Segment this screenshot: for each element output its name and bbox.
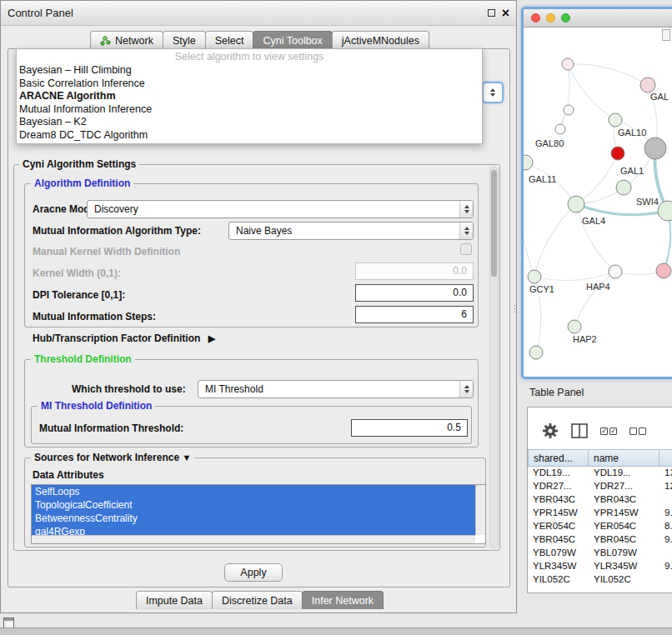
- tab-discretize-data[interactable]: Discretize Data: [212, 591, 303, 609]
- attributes-list-vscrollbar[interactable]: [475, 485, 485, 535]
- tab-select[interactable]: Select: [205, 31, 254, 49]
- tab-infer-network[interactable]: Infer Network: [302, 591, 384, 609]
- network-edge[interactable]: [576, 204, 615, 272]
- network-node[interactable]: [640, 78, 655, 92]
- table-row[interactable]: YLR345WYLR345W9.: [528, 560, 672, 573]
- mi-threshold-label: Mutual Information Threshold:: [39, 422, 183, 434]
- network-node[interactable]: [611, 147, 624, 160]
- node-label: HAP4: [586, 282, 610, 292]
- table-cell: [659, 493, 672, 507]
- data-attribute-item[interactable]: gal4RGexp: [32, 525, 475, 535]
- float-panel-icon[interactable]: [488, 9, 495, 17]
- manual-kernel-label: Manual Kernel Width Definition: [33, 246, 180, 258]
- table-row[interactable]: YDL19...YDL19...13: [528, 467, 672, 480]
- algorithm-option[interactable]: Bayesian – K2: [17, 116, 482, 129]
- mi-steps-field[interactable]: 6: [355, 306, 474, 323]
- algorithm-option[interactable]: Bayesian – Hill Climbing: [17, 64, 482, 78]
- attributes-list-hscrollbar[interactable]: [32, 535, 475, 543]
- tab-style[interactable]: Style: [163, 31, 206, 49]
- close-panel-icon[interactable]: ×: [502, 8, 509, 19]
- table-cell: YPR145W: [589, 507, 659, 520]
- manual-kernel-checkbox[interactable]: [460, 243, 472, 255]
- data-attribute-item[interactable]: BetweennessCentrality: [32, 512, 475, 525]
- table-column-header[interactable]: shared...: [528, 449, 589, 467]
- algorithm-option[interactable]: Basic Correlation Inference: [17, 78, 482, 91]
- window-zoom-icon[interactable]: [561, 13, 570, 22]
- network-node[interactable]: [616, 180, 631, 195]
- tab-impute-data[interactable]: Impute Data: [136, 591, 213, 609]
- settings-scrollbar-thumb[interactable]: [491, 170, 497, 277]
- table-cell: YPR145W: [528, 507, 589, 520]
- hub-section-toggle[interactable]: Hub/Transcription Factor Definition ▶: [33, 332, 215, 344]
- algorithm-option[interactable]: Mutual Information Inference: [17, 103, 482, 117]
- network-edge[interactable]: [576, 153, 618, 204]
- node-label: GAL80: [535, 138, 564, 148]
- table-row[interactable]: YER054CYER054C8.: [528, 520, 672, 533]
- network-window-titlebar[interactable]: [524, 9, 672, 28]
- network-node[interactable]: [568, 196, 584, 212]
- combobox-stepper-icon: [459, 381, 473, 398]
- tab-network[interactable]: Network: [90, 31, 163, 49]
- algorithm-combobox[interactable]: [482, 82, 504, 103]
- apply-button[interactable]: Apply: [224, 563, 283, 582]
- network-edge[interactable]: [568, 64, 648, 85]
- deselect-all-columns-icon[interactable]: [629, 428, 646, 435]
- network-node[interactable]: [555, 124, 565, 134]
- network-node[interactable]: [529, 346, 543, 359]
- algorithm-dropdown-list: Bayesian – Hill ClimbingBasic Correlatio…: [17, 64, 482, 142]
- table-column-header[interactable]: name: [589, 449, 659, 467]
- data-attributes-list[interactable]: SelfLoopsTopologicalCoefficientBetweenne…: [31, 484, 486, 544]
- window-close-icon[interactable]: [531, 13, 540, 22]
- network-node[interactable]: [644, 138, 666, 159]
- table-cell: YBR043C: [528, 493, 589, 507]
- network-node[interactable]: [609, 113, 622, 127]
- table-panel-window: ✓✓ shared...name YDL19...YDL19...13YDR27…: [527, 407, 672, 593]
- table-column-header[interactable]: [659, 449, 672, 467]
- which-threshold-select[interactable]: MI Threshold: [198, 380, 474, 398]
- data-attribute-item[interactable]: TopologicalCoefficient: [32, 498, 475, 512]
- network-node[interactable]: [562, 58, 574, 70]
- table-row[interactable]: YBR043CYBR043C: [528, 493, 672, 507]
- sources-group-title[interactable]: Sources for Network Inference ▼: [31, 452, 194, 463]
- network-node[interactable]: [564, 105, 574, 115]
- network-node[interactable]: [528, 270, 541, 283]
- node-label: GAL: [650, 92, 669, 102]
- settings-scrollbar[interactable]: [489, 167, 499, 548]
- algorithm-option[interactable]: Dream8 DC_TDC Algorithm: [17, 129, 482, 142]
- network-edge[interactable]: [534, 272, 615, 281]
- panel-splitter-handle[interactable]: ⋮: [510, 303, 519, 314]
- gear-icon[interactable]: [542, 422, 559, 439]
- data-attribute-item[interactable]: SelfLoops: [32, 485, 475, 498]
- control-panel-tabbar: Network Style Select Cyni Toolbox jActiv…: [1, 31, 518, 49]
- table-row[interactable]: YBL079WYBL079W: [528, 547, 672, 560]
- network-node[interactable]: [524, 155, 533, 170]
- table-cell: YDR27...: [528, 480, 589, 493]
- window-minimize-icon[interactable]: [546, 13, 555, 22]
- show-columns-icon[interactable]: [571, 423, 588, 438]
- table-row[interactable]: YBR045CYBR045C9.: [528, 533, 672, 547]
- network-edge[interactable]: [560, 64, 569, 129]
- tab-jactivemnodules[interactable]: jActiveMNodules: [332, 31, 429, 49]
- dpi-tolerance-field[interactable]: 0.0: [355, 284, 474, 302]
- network-edge[interactable]: [568, 64, 615, 120]
- table-row[interactable]: YIL052CYIL052C: [528, 573, 672, 587]
- network-canvas[interactable]: GALGAL80GAL10GAL11GAL1SWI4GAL4GCY1HAP4HA…: [524, 28, 672, 376]
- network-edge[interactable]: [534, 204, 576, 277]
- aracne-mode-select[interactable]: Discovery: [87, 200, 474, 218]
- mi-threshold-field[interactable]: 0.5: [351, 419, 468, 437]
- canvas-scrollbar-corner[interactable]: [662, 29, 670, 41]
- node-label: GAL1: [620, 166, 644, 176]
- table-row[interactable]: YPR145WYPR145W9.: [528, 507, 672, 520]
- kernel-width-label: Kernel Width (0,1):: [33, 268, 121, 279]
- tab-cyni-toolbox[interactable]: Cyni Toolbox: [253, 31, 332, 49]
- select-all-columns-icon[interactable]: ✓✓: [600, 428, 617, 435]
- network-node[interactable]: [568, 320, 581, 333]
- algorithm-option[interactable]: ARACNE Algorithm: [17, 90, 482, 103]
- network-node[interactable]: [609, 265, 622, 278]
- table-row[interactable]: YDR27...YDR27...12: [528, 480, 672, 493]
- kernel-width-field[interactable]: 0.0: [355, 262, 474, 280]
- network-node[interactable]: [656, 263, 671, 278]
- mi-algorithm-type-select[interactable]: Naive Bayes: [228, 222, 474, 240]
- network-node[interactable]: [658, 201, 672, 221]
- which-threshold-label: Which threshold to use:: [72, 383, 186, 395]
